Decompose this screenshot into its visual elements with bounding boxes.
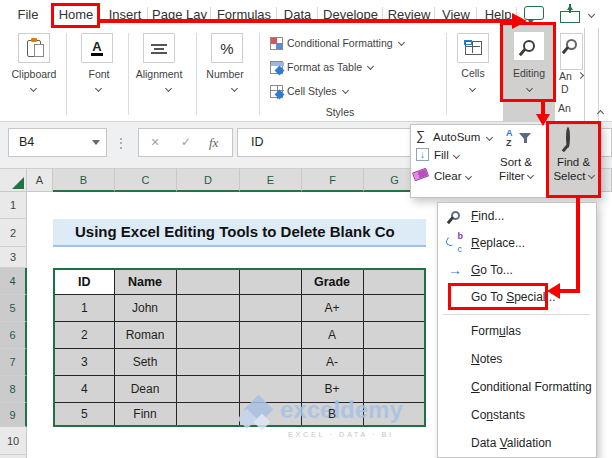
- cell-styles-label: Cell Styles: [287, 85, 337, 97]
- table-cell[interactable]: [364, 322, 425, 349]
- table-cell[interactable]: [177, 403, 240, 426]
- clear-button[interactable]: Clear: [434, 170, 461, 182]
- row-header-8[interactable]: 8: [0, 376, 27, 403]
- table-header-cell[interactable]: [240, 270, 302, 295]
- table-cell[interactable]: 3: [55, 349, 115, 376]
- col-header-F[interactable]: F: [302, 168, 364, 192]
- sheet-title-banner: Using Excel Editing Tools to Delete Blan…: [53, 219, 426, 247]
- fill-button[interactable]: Fill: [434, 149, 449, 161]
- col-header-C[interactable]: C: [115, 168, 177, 192]
- number-chevron-icon[interactable]: [231, 85, 238, 92]
- cell-styles-button[interactable]: Cell Styles: [270, 85, 348, 98]
- autosum-button[interactable]: AutoSum: [433, 131, 480, 143]
- enter-icon[interactable]: ✓: [181, 129, 191, 156]
- table-cell[interactable]: A+: [302, 295, 364, 322]
- table-header-cell[interactable]: Name: [115, 270, 177, 295]
- clipboard-label: Clipboard: [8, 68, 60, 80]
- comment-icon[interactable]: [524, 6, 544, 20]
- table-cell[interactable]: Dean: [115, 376, 177, 403]
- analyze-data-button[interactable]: [560, 33, 583, 70]
- row-header-6[interactable]: 6: [0, 322, 27, 349]
- table-cell[interactable]: A: [302, 322, 364, 349]
- conditional-formatting-icon: [270, 37, 283, 50]
- cells-button[interactable]: [457, 33, 489, 63]
- table-cell[interactable]: [177, 295, 240, 322]
- table-header-cell[interactable]: [177, 270, 240, 295]
- col-header-A[interactable]: A: [27, 168, 53, 192]
- formula-value: ID: [251, 135, 264, 149]
- table-cell[interactable]: 4: [55, 376, 115, 403]
- menu-item-conditional-formatting[interactable]: Conditional Formatting: [438, 373, 596, 401]
- format-as-table-button[interactable]: Format as Table: [270, 61, 373, 74]
- insert-function-icon[interactable]: fx: [209, 129, 218, 156]
- menu-item-go-to[interactable]: → Go To...: [438, 257, 596, 283]
- col-header-E[interactable]: E: [240, 168, 302, 192]
- ribbon-overlap-strip: [584, 28, 599, 121]
- table-cell[interactable]: [364, 349, 425, 376]
- row-header-5[interactable]: 5: [0, 295, 27, 322]
- table-cell[interactable]: [364, 295, 425, 322]
- menu-item-constants[interactable]: Constants: [438, 401, 596, 429]
- go-to-arrow-icon: →: [446, 263, 464, 277]
- sort-filter-button[interactable]: Sort &: [490, 156, 542, 168]
- menu-item-replace[interactable]: b c Replace...: [438, 230, 596, 256]
- menu-item-label: Find...: [471, 209, 504, 223]
- row-header-10[interactable]: 10: [0, 427, 27, 455]
- tab-file[interactable]: File: [8, 4, 48, 25]
- table-cell[interactable]: 5: [55, 403, 115, 426]
- table-cell[interactable]: [177, 349, 240, 376]
- cells-chevron-icon[interactable]: [469, 85, 476, 92]
- table-header-cell[interactable]: Grade: [302, 270, 364, 295]
- select-all-corner[interactable]: [0, 168, 27, 192]
- clipboard-chevron-icon[interactable]: [30, 85, 37, 92]
- table-header-cell[interactable]: [364, 270, 425, 295]
- table-cell[interactable]: 2: [55, 322, 115, 349]
- col-header-B[interactable]: B: [53, 168, 115, 192]
- font-button[interactable]: A: [81, 33, 113, 63]
- alignment-button[interactable]: [143, 33, 175, 63]
- menu-item-label: Go To...: [471, 263, 513, 277]
- autosum-label: AutoSum: [433, 131, 480, 143]
- annotation-box-home: [51, 3, 100, 28]
- cancel-icon[interactable]: ×: [151, 129, 159, 156]
- share-chevron-icon[interactable]: [588, 11, 595, 18]
- menu-item-data-validation[interactable]: Data Validation: [438, 429, 596, 457]
- menu-item-label: Replace...: [471, 236, 525, 250]
- table-cell[interactable]: [240, 295, 302, 322]
- clipboard-button[interactable]: [18, 33, 50, 63]
- table-cell[interactable]: Finn: [115, 403, 177, 426]
- table-cell[interactable]: [177, 376, 240, 403]
- active-cell-B4[interactable]: ID: [55, 270, 115, 295]
- table-cell[interactable]: A-: [302, 349, 364, 376]
- number-label: Number: [201, 68, 249, 80]
- row-header-1[interactable]: 1: [0, 192, 27, 219]
- font-chevron-icon[interactable]: [95, 85, 102, 92]
- menu-item-notes[interactable]: Notes: [438, 345, 596, 373]
- percent-icon: %: [220, 40, 233, 57]
- table-cell[interactable]: [240, 349, 302, 376]
- formula-bar-handle[interactable]: [120, 135, 122, 151]
- table-cell[interactable]: Seth: [115, 349, 177, 376]
- table-cell[interactable]: 1: [55, 295, 115, 322]
- col-header-D[interactable]: D: [177, 168, 240, 192]
- table-cell[interactable]: [177, 322, 240, 349]
- alignment-chevron-icon[interactable]: [165, 85, 172, 92]
- name-box-dropdown-icon[interactable]: [92, 140, 100, 149]
- conditional-formatting-button[interactable]: Conditional Formatting: [270, 37, 404, 50]
- number-button[interactable]: %: [211, 33, 243, 63]
- replace-icon: b c: [446, 235, 464, 251]
- table-cell[interactable]: John: [115, 295, 177, 322]
- table-cell[interactable]: [240, 322, 302, 349]
- analyze-label-fragment: An: [559, 70, 572, 82]
- row-header-7[interactable]: 7: [0, 349, 27, 376]
- row-header-2[interactable]: 2: [0, 219, 27, 247]
- sort-filter-button-line2[interactable]: Filter: [490, 170, 542, 182]
- select-all-triangle-icon: [12, 177, 24, 189]
- row-header-3[interactable]: 3: [0, 247, 27, 268]
- menu-item-find[interactable]: Find...: [438, 203, 596, 229]
- table-cell[interactable]: Roman: [115, 322, 177, 349]
- row-header-4[interactable]: 4: [0, 268, 27, 295]
- fill-label: Fill: [434, 149, 449, 161]
- menu-item-formulas[interactable]: Formulas: [438, 317, 596, 345]
- row-header-9[interactable]: 9: [0, 403, 27, 427]
